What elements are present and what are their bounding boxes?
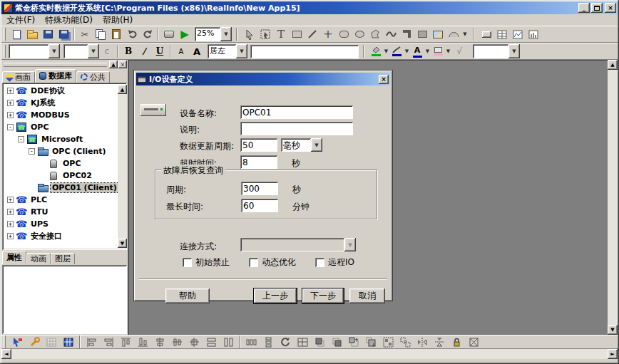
tree-item[interactable]: + ☎ KJ系统 (4, 97, 118, 109)
ellipse-tool-button[interactable] (352, 27, 367, 41)
same-height-button[interactable] (220, 336, 237, 348)
tree-item[interactable]: + ☎ RTU (4, 206, 118, 218)
bring-to-front-button[interactable] (311, 336, 328, 348)
same-width-button[interactable] (203, 336, 220, 348)
save-all-button[interactable] (56, 27, 71, 41)
toolbar-grip[interactable] (4, 45, 6, 58)
expander-icon[interactable]: + (7, 88, 14, 94)
minimize-button[interactable]: _ (578, 3, 590, 13)
multi-select-button[interactable] (9, 336, 26, 348)
scrollbar-track[interactable] (608, 70, 618, 325)
polyline-tool-button[interactable]: + (320, 27, 336, 41)
tab-properties[interactable]: 属性 (2, 251, 26, 264)
tab-layers[interactable]: 图层 (51, 253, 75, 264)
table-control-button[interactable] (494, 27, 510, 41)
tab-animation[interactable]: 动画 (26, 253, 51, 264)
bring-forward-button[interactable] (345, 336, 362, 348)
tab-common[interactable]: 公共 (76, 71, 110, 83)
panel-collapse-button[interactable]: ▲ (109, 61, 118, 68)
align-left-button[interactable] (83, 336, 100, 348)
update-cycle-input[interactable] (240, 138, 277, 152)
frame-color-dropdown[interactable]: ▼ (445, 44, 451, 58)
center-both-button[interactable] (185, 336, 203, 348)
menu-help[interactable]: 帮助(H) (98, 14, 138, 27)
expander-icon[interactable]: + (7, 197, 14, 203)
tree-item[interactable]: + ☎ MODBUS (4, 109, 118, 121)
line-color-dropdown[interactable]: ▼ (404, 44, 410, 58)
zoom-dropdown-button[interactable]: ▼ (220, 27, 232, 41)
tab-database[interactable]: 数据库 (35, 69, 76, 83)
image-tool-button[interactable] (430, 27, 446, 41)
tree-item[interactable]: - OPC (Client) (4, 145, 118, 157)
expander-icon[interactable]: + (7, 233, 14, 239)
frame-color-button[interactable] (431, 44, 445, 58)
underline-button[interactable]: U (152, 44, 168, 58)
device-name-input[interactable] (240, 105, 353, 119)
dynamic-optimize-checkbox[interactable]: 动态优化 (249, 256, 296, 269)
filled-rectangle-tool-button[interactable] (414, 27, 430, 41)
align-dropdown-button[interactable]: ▼ (236, 44, 247, 58)
tree-item[interactable]: + ☎ 安全接口 (4, 230, 118, 242)
cut-button[interactable]: ✂ (77, 27, 93, 41)
expander-icon[interactable]: + (7, 221, 14, 227)
tree-item[interactable]: + ☎ PLC (4, 194, 118, 206)
menu-special-functions[interactable]: 特殊功能(D) (40, 14, 98, 27)
max-time-input[interactable] (241, 199, 278, 212)
chart-control-button[interactable] (526, 27, 541, 41)
char-style-button[interactable]: c (99, 44, 115, 58)
font-family-dropdown-button[interactable]: ▼ (48, 44, 60, 58)
expander-icon[interactable]: - (7, 124, 14, 130)
run-button[interactable]: ▶ (177, 27, 193, 41)
tree-item[interactable]: - ☎ OPC (4, 121, 118, 133)
open-button[interactable] (24, 27, 40, 41)
expander-icon[interactable]: - (29, 148, 35, 155)
toolbar-grip[interactable] (4, 28, 6, 41)
lock-button[interactable] (448, 336, 465, 348)
previous-step-button[interactable]: 上一步 (254, 288, 297, 303)
select-area-tool-button[interactable] (257, 27, 273, 41)
fill-color-button[interactable] (369, 44, 383, 58)
center-horizontal-button[interactable] (151, 336, 168, 348)
scroll-down-button[interactable]: ▼ (608, 325, 618, 335)
scrollbar-track[interactable] (11, 349, 608, 359)
bold-button[interactable]: B (121, 44, 136, 58)
font-color-dropdown[interactable]: ▼ (424, 44, 431, 58)
font-color-button[interactable]: A (410, 44, 424, 58)
trend-control-button[interactable] (510, 27, 526, 41)
tree-item[interactable]: OPC (4, 157, 118, 170)
tab-screens[interactable]: 画面 (2, 71, 35, 83)
line-color-button[interactable] (389, 44, 404, 58)
redo-button[interactable] (140, 27, 155, 41)
expander-icon[interactable]: + (7, 112, 14, 118)
pipe-tool-button[interactable] (399, 27, 414, 41)
align-bottom-button[interactable] (134, 336, 151, 348)
rounded-rectangle-tool-button[interactable] (336, 27, 352, 41)
close-button[interactable]: × (605, 3, 616, 13)
undo-button[interactable] (124, 27, 140, 41)
expander-icon[interactable]: + (7, 100, 14, 106)
next-step-button[interactable]: 下一步 (302, 288, 344, 303)
font-size-dropdown-button[interactable]: ▼ (88, 44, 99, 58)
zoom-combo[interactable]: 25% ▼ (195, 27, 232, 41)
paste-button[interactable] (108, 27, 124, 41)
line-tool-button[interactable] (305, 27, 320, 41)
scroll-up-button[interactable]: ▲ (608, 60, 618, 70)
style-combo[interactable]: ▼ (473, 44, 520, 58)
update-cycle-unit-combo[interactable]: 毫秒 ▼ (281, 138, 322, 152)
toolbar-grip[interactable] (4, 336, 6, 348)
flip-horizontal-button[interactable] (414, 336, 431, 348)
print-button[interactable] (161, 27, 177, 41)
text-tool-button[interactable]: T (273, 27, 289, 41)
timeout-input[interactable] (240, 155, 277, 169)
help-button[interactable]: 帮助 (165, 288, 210, 303)
workspace-horizontal-scrollbar[interactable]: ◄ ► (1, 349, 618, 359)
style-dropdown-button[interactable]: ▼ (508, 44, 520, 58)
cycle-input[interactable] (241, 182, 278, 195)
format-check-button[interactable]: √ (451, 44, 467, 58)
tree-item[interactable]: OPC02 (4, 170, 118, 182)
workspace-vertical-scrollbar[interactable]: ▲ ▼ (608, 60, 618, 335)
scroll-down-button[interactable]: ▼ (118, 239, 127, 248)
space-across-button[interactable] (242, 336, 260, 348)
space-down-button[interactable] (260, 336, 277, 348)
shrink-font-button[interactable]: A (173, 44, 189, 58)
